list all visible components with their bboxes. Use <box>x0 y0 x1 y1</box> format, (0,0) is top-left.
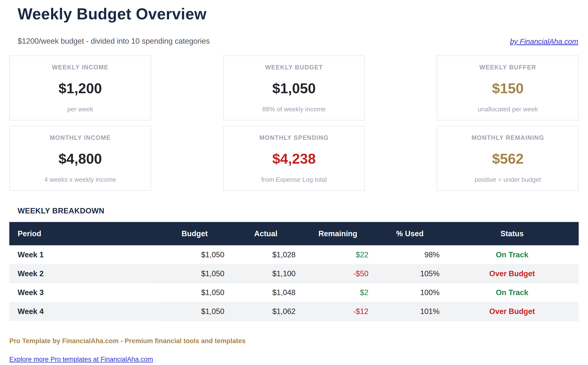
cell-budget: $1,050 <box>159 283 230 302</box>
stat-card-label: MONTHLY SPENDING <box>259 134 329 141</box>
cell-status: On Track <box>445 245 579 264</box>
cell-status: On Track <box>445 283 579 302</box>
column-header-used: % Used <box>374 222 446 245</box>
footer-explore-link[interactable]: Explore more Pro templates at FinancialA… <box>9 356 153 363</box>
stat-card-subtext: positive = under budget <box>475 176 541 183</box>
cell-status: Over Budget <box>445 302 579 321</box>
stat-card: MONTHLY REMAINING $562 positive = under … <box>437 126 579 191</box>
stat-card-subtext: unallocated per week <box>478 105 538 113</box>
column-header-remaining: Remaining <box>301 222 374 245</box>
stats-grid: WEEKLY INCOME $1,200 per week WEEKLY BUD… <box>9 55 579 191</box>
table-row: Week 3 $1,050 $1,048 $2 100% On Track <box>9 283 579 302</box>
weekly-breakdown-heading: WEEKLY BREAKDOWN <box>18 207 579 215</box>
cell-remaining: $2 <box>301 283 374 302</box>
stat-card-subtext: per week <box>67 105 93 113</box>
stat-card-value: $562 <box>492 152 524 166</box>
cell-actual: $1,028 <box>230 245 302 264</box>
byline-link[interactable]: by FinancialAha.com <box>510 37 578 46</box>
cell-period: Week 3 <box>9 283 159 302</box>
cell-period: Week 1 <box>9 245 159 264</box>
table-row: Week 4 $1,050 $1,062 -$12 101% Over Budg… <box>9 302 579 321</box>
column-header-actual: Actual <box>230 222 302 245</box>
cell-remaining: $22 <box>301 245 374 264</box>
budget-overview-page: Weekly Budget Overview $1200/week budget… <box>0 0 588 365</box>
stat-card-value: $4,800 <box>59 152 102 166</box>
cell-used: 105% <box>374 264 446 283</box>
breakdown-table-body: Week 1 $1,050 $1,028 $22 98% On Track We… <box>9 245 579 321</box>
column-header-status: Status <box>445 222 579 245</box>
cell-remaining: -$12 <box>301 302 374 321</box>
stat-card-subtext: 4 weeks x weekly income <box>44 176 116 183</box>
cell-remaining: -$50 <box>301 264 374 283</box>
column-header-period: Period <box>9 222 159 245</box>
page-title: Weekly Budget Overview <box>18 0 579 23</box>
cell-period: Week 4 <box>9 302 159 321</box>
stat-card: MONTHLY SPENDING $4,238 from Expense Log… <box>223 126 365 191</box>
stat-card-value: $4,238 <box>272 152 316 166</box>
stat-card-label: WEEKLY BUFFER <box>479 64 536 71</box>
cell-status: Over Budget <box>445 264 579 283</box>
stat-card-value: $150 <box>492 81 524 95</box>
cell-budget: $1,050 <box>159 245 230 264</box>
stat-card: MONTHLY INCOME $4,800 4 weeks x weekly i… <box>9 126 151 191</box>
footer-pro-line: Pro Template by FinancialAha.com - Premi… <box>9 337 579 345</box>
stat-card-value: $1,200 <box>59 81 102 95</box>
page-subtitle: $1200/week budget - divided into 10 spen… <box>18 37 579 46</box>
stat-card-value: $1,050 <box>272 81 316 95</box>
stat-card: WEEKLY INCOME $1,200 per week <box>9 55 151 120</box>
stat-card-subtext: from Expense Log total <box>261 176 327 183</box>
stat-card-label: WEEKLY INCOME <box>52 64 109 71</box>
stat-card: WEEKLY BUFFER $150 unallocated per week <box>437 55 579 120</box>
cell-used: 101% <box>374 302 446 321</box>
column-header-budget: Budget <box>159 222 230 245</box>
cell-period: Week 2 <box>9 264 159 283</box>
stat-card-label: WEEKLY BUDGET <box>265 64 323 71</box>
cell-budget: $1,050 <box>159 302 230 321</box>
stat-card-label: MONTHLY INCOME <box>50 134 111 141</box>
cell-budget: $1,050 <box>159 264 230 283</box>
cell-actual: $1,062 <box>230 302 302 321</box>
table-row: Week 1 $1,050 $1,028 $22 98% On Track <box>9 245 579 264</box>
stat-card: WEEKLY BUDGET $1,050 88% of weekly incom… <box>223 55 365 120</box>
cell-used: 98% <box>374 245 446 264</box>
table-row: Week 2 $1,050 $1,100 -$50 105% Over Budg… <box>9 264 579 283</box>
cell-actual: $1,048 <box>230 283 302 302</box>
stat-card-subtext: 88% of weekly income <box>262 105 326 113</box>
cell-actual: $1,100 <box>230 264 302 283</box>
stat-card-label: MONTHLY REMAINING <box>471 134 544 141</box>
cell-used: 100% <box>374 283 446 302</box>
weekly-breakdown-table: Period Budget Actual Remaining % Used St… <box>9 222 579 321</box>
table-header-row: Period Budget Actual Remaining % Used St… <box>9 222 579 245</box>
